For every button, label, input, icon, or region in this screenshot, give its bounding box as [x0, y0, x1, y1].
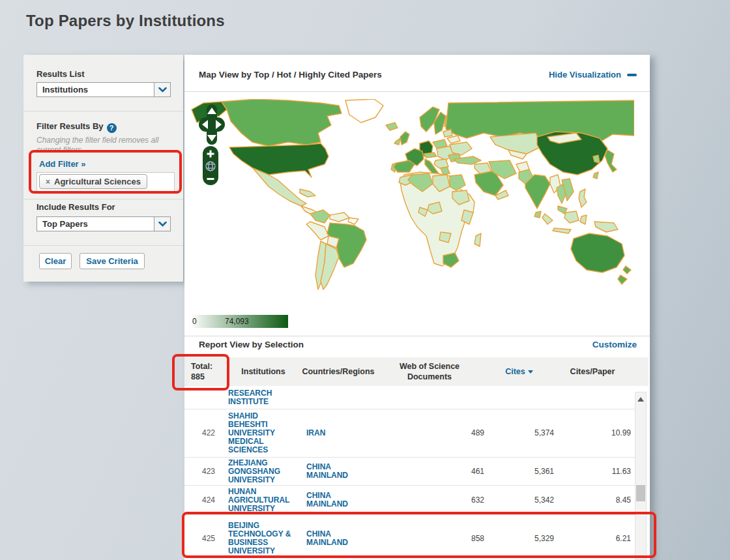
table-scrollbar[interactable]	[635, 392, 647, 560]
table-cell-institution[interactable]: HUNAN AGRICULTURAL UNIVERSITY	[225, 488, 302, 513]
customize-link[interactable]: Customize	[592, 340, 637, 349]
map-country-japan[interactable]	[605, 150, 617, 172]
map-country-belarus[interactable]	[447, 136, 460, 143]
map-country-cuba[interactable]	[300, 189, 315, 197]
table-cell-country: CHINA MAINLAND	[302, 492, 375, 508]
include-results-selected: Top Papers	[37, 219, 154, 229]
country-value: CHINA MAINLAND	[306, 530, 353, 547]
table-cell-documents: 632	[375, 496, 484, 505]
table-cell-institution[interactable]: BEIJING TECHNOLOGY & BUSINESS UNIVERSITY	[225, 522, 302, 555]
map-country-ukraine[interactable]	[450, 142, 472, 155]
add-filter-link[interactable]: Add Filter »	[39, 159, 86, 169]
map-region-alpine[interactable]	[424, 153, 437, 158]
hide-visualization-label[interactable]: Hide Visualization	[549, 70, 621, 80]
map-island-borneo[interactable]	[564, 211, 579, 223]
clear-button[interactable]: Clear	[39, 253, 72, 269]
rank-value: 423	[202, 467, 215, 476]
total-label: Total:	[191, 361, 225, 372]
map-country-venezuela[interactable]	[330, 213, 349, 222]
caret-down-icon[interactable]	[528, 370, 533, 374]
table-row: 423ZHEJIANG GONGSHANG UNIVERSITYCHINA MA…	[184, 458, 635, 486]
divider	[23, 199, 183, 199]
map-region-baltics[interactable]	[443, 129, 452, 137]
institution-value[interactable]: BEIJING TECHNOLOGY & BUSINESS UNIVERSITY	[228, 522, 295, 555]
map-country-usa[interactable]	[229, 143, 328, 177]
map-country-uk[interactable]	[400, 132, 409, 145]
choropleth-map[interactable]	[190, 99, 634, 292]
map-country-greenland[interactable]	[345, 99, 383, 123]
scrollbar-thumb[interactable]	[636, 485, 645, 501]
map-country-south-africa[interactable]	[443, 253, 459, 267]
table-cell-institution[interactable]: RESEARCH INSTITUTE	[225, 389, 302, 406]
map-island-java[interactable]	[553, 228, 571, 233]
report-view-title: Report View by Selection	[199, 340, 304, 349]
map-pan-control[interactable]	[199, 104, 225, 145]
map-island-new-guinea[interactable]	[594, 222, 618, 232]
table-cell-institution[interactable]: SHAHID BEHESHTI UNIVERSITY MEDICAL SCIEN…	[225, 412, 302, 454]
map-country-new-zealand-north[interactable]	[623, 266, 631, 274]
country-value: IRAN	[306, 429, 325, 437]
map-country-taiwan[interactable]	[593, 172, 598, 179]
minus-dash-icon[interactable]	[627, 74, 637, 76]
map-country-iceland[interactable]	[386, 123, 398, 130]
country-value: CHINA MAINLAND	[306, 492, 353, 508]
map-country-sri-lanka[interactable]	[534, 211, 541, 218]
column-header-cites-sort[interactable]: Cites	[484, 366, 554, 377]
map-country-peru[interactable]	[306, 222, 328, 240]
institution-value[interactable]: SHAHID BEHESHTI UNIVERSITY MEDICAL SCIEN…	[228, 412, 295, 454]
map-country-india[interactable]	[525, 175, 550, 209]
scroll-up-icon[interactable]	[637, 397, 644, 402]
map-country-new-zealand-south[interactable]	[618, 275, 627, 284]
map-country-egypt[interactable]	[450, 175, 465, 190]
map-country-korea[interactable]	[593, 155, 600, 163]
save-criteria-button[interactable]: Save Criteria	[80, 253, 145, 269]
cites-value: 5,374	[534, 428, 554, 437]
map-country-mexico[interactable]	[253, 168, 306, 206]
map-country-greece[interactable]	[441, 167, 450, 175]
map-zoom-control[interactable]	[203, 146, 218, 185]
remove-tag-icon[interactable]: ×	[46, 177, 50, 186]
results-list-label: Results List	[36, 69, 85, 79]
chevron-down-icon[interactable]	[154, 217, 170, 231]
institution-value[interactable]: HUNAN AGRICULTURAL UNIVERSITY	[228, 488, 295, 513]
column-header-institutions: Institutions	[225, 366, 302, 377]
filter-tag-agricultural-sciences[interactable]: × Agricultural Sciences	[39, 174, 147, 189]
filter-note-line1: Changing the filter field removes all	[36, 136, 158, 145]
column-header-cites-text[interactable]: Cites	[505, 367, 525, 376]
table-cell-institution[interactable]: ZHEJIANG GONGSHANG UNIVERSITY	[225, 459, 302, 484]
main-panel: Map View by Top / Hot / Highly Cited Pap…	[184, 55, 650, 560]
total-count: Total: 885	[184, 361, 225, 383]
map-color-scale: 0 74,093	[190, 315, 288, 328]
map-country-ireland[interactable]	[394, 138, 400, 145]
table-cell-documents: 489	[375, 429, 484, 437]
table-row: 422SHAHID BEHESHTI UNIVERSITY MEDICAL SC…	[184, 409, 635, 458]
map-island-sumatra[interactable]	[542, 214, 553, 224]
zoom-out-icon[interactable]	[207, 178, 214, 180]
rank-value: 424	[202, 495, 215, 505]
include-results-dropdown[interactable]: Top Papers	[36, 216, 171, 231]
map-country-philippines[interactable]	[579, 189, 587, 207]
chevron-down-icon[interactable]	[154, 83, 170, 96]
filters-sidebar: Results List Institutions Filter Results…	[23, 55, 183, 282]
institution-value[interactable]: ZHEJIANG GONGSHANG UNIVERSITY	[228, 459, 295, 484]
map-region-guyanas[interactable]	[348, 218, 358, 224]
map-country-madagascar[interactable]	[474, 233, 481, 246]
results-list-dropdown[interactable]: Institutions	[36, 82, 171, 97]
cites-value: 5,342	[534, 495, 554, 505]
table-cell-documents: 461	[375, 467, 484, 476]
map-country-spain[interactable]	[394, 160, 415, 172]
results-list-selected: Institutions	[37, 85, 154, 95]
map-country-kazakhstan[interactable]	[490, 133, 542, 154]
map-island-sulawesi[interactable]	[580, 215, 587, 224]
table-cell-documents: 858	[375, 535, 484, 543]
help-icon[interactable]: ?	[107, 123, 117, 133]
hide-visualization-link[interactable]: Hide Visualization	[549, 70, 637, 80]
world-map[interactable]	[190, 99, 634, 292]
table-cell-cites_per_paper: 11.63	[554, 467, 631, 476]
column-header-cites-per-paper: Cites/Paper	[554, 366, 631, 377]
institution-value[interactable]: RESEARCH INSTITUTE	[228, 389, 295, 406]
map-country-canada[interactable]	[222, 99, 342, 146]
rank-value: 422	[202, 428, 215, 437]
total-value: 885	[191, 372, 225, 382]
map-country-australia[interactable]	[571, 233, 624, 273]
